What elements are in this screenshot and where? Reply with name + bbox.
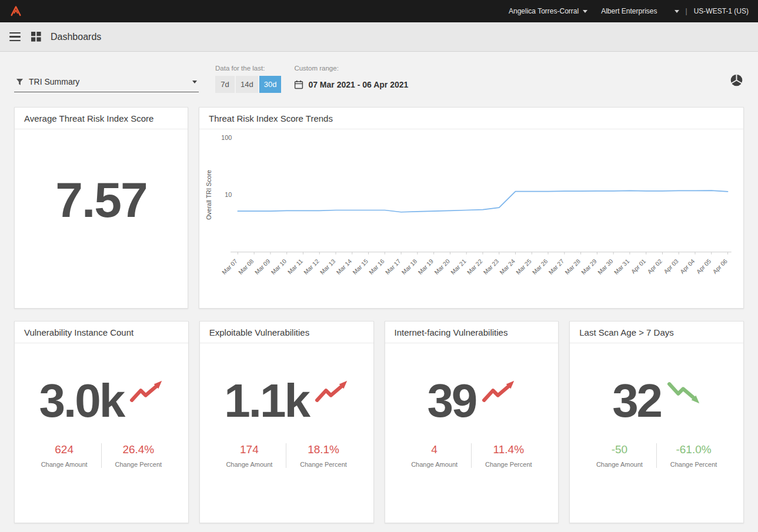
pie-chart-icon[interactable] (729, 73, 744, 90)
change-amount-label: Change Amount (226, 461, 272, 468)
svg-text:Mar 14: Mar 14 (335, 258, 353, 276)
change-amount-block: 4 Change Amount (398, 443, 471, 468)
svg-text:Mar 16: Mar 16 (368, 258, 385, 276)
change-percent-label: Change Percent (670, 461, 717, 468)
change-amount-value: 4 (411, 443, 458, 456)
cards-row-bottom: Vulnerability Instance Count 3.0k (14, 321, 744, 523)
change-percent-block: 26.4% Change Percent (101, 443, 176, 468)
change-amount-label: Change Amount (411, 461, 458, 468)
data-range-group: Data for the last: 7d 14d 30d (215, 65, 281, 93)
internet-facing-vulnerabilities-card: Internet-facing Vulnerabilities 39 (385, 321, 559, 523)
custom-range-picker[interactable]: 07 Mar 2021 - 06 Apr 2021 (294, 76, 408, 93)
trend-up-icon (315, 380, 349, 404)
svg-text:Mar 10: Mar 10 (270, 258, 288, 276)
svg-text:Overall TRI Score: Overall TRI Score (205, 170, 212, 220)
trend-chart-area: 10100Overall TRI ScoreMar 07Mar 08Mar 09… (199, 129, 743, 309)
trend-down-icon (667, 380, 701, 404)
apps-grid-icon[interactable] (31, 32, 41, 42)
change-percent-block: -61.0% Change Percent (656, 443, 731, 468)
account-menu[interactable]: Albert Enterprises (601, 7, 679, 15)
svg-text:Mar 31: Mar 31 (613, 258, 630, 276)
svg-text:Mar 19: Mar 19 (417, 258, 435, 276)
svg-text:Mar 13: Mar 13 (319, 258, 336, 276)
svg-text:Mar 25: Mar 25 (515, 258, 532, 276)
dashboard-select[interactable]: TRI Summary (14, 73, 199, 92)
change-percent-value: 11.4% (485, 443, 532, 456)
trend-icon (315, 380, 349, 404)
tri-score-value: 7.57 (15, 172, 188, 229)
trend-icon (667, 380, 701, 404)
change-amount-label: Change Amount (41, 461, 88, 468)
trend-icon (129, 380, 163, 404)
svg-text:Mar 22: Mar 22 (466, 258, 483, 276)
stat-value: 39 (427, 377, 476, 424)
svg-text:Mar 17: Mar 17 (384, 258, 402, 276)
topbar: Angelica Torres-Corral Albert Enterprise… (0, 0, 758, 22)
svg-text:Mar 15: Mar 15 (352, 258, 369, 276)
svg-text:Mar 12: Mar 12 (302, 258, 320, 276)
range-button-7d[interactable]: 7d (215, 76, 235, 93)
topbar-menus: Angelica Torres-Corral Albert Enterprise… (509, 7, 749, 15)
page-title: Dashboards (51, 32, 101, 42)
svg-text:Mar 21: Mar 21 (449, 258, 467, 276)
svg-text:Mar 20: Mar 20 (433, 258, 451, 276)
card-title: Internet-facing Vulnerabilities (385, 322, 559, 343)
filter-row: TRI Summary Data for the last: 7d 14d 30… (14, 65, 744, 93)
stat-value: 3.0k (39, 377, 124, 424)
card-title: Last Scan Age > 7 Days (570, 322, 743, 343)
exploitable-vulnerabilities-card: Exploitable Vulnerabilities 1.1k (199, 321, 374, 523)
dashboard-content: TRI Summary Data for the last: 7d 14d 30… (0, 52, 758, 523)
change-percent-block: 11.4% Change Percent (471, 443, 546, 468)
change-percent-label: Change Percent (300, 461, 347, 468)
svg-text:Apr 03: Apr 03 (663, 258, 680, 275)
chevron-down-icon (674, 10, 679, 13)
svg-text:100: 100 (221, 134, 232, 141)
change-amount-block: 624 Change Amount (28, 443, 101, 468)
user-menu[interactable]: Angelica Torres-Corral (509, 7, 587, 15)
change-percent-block: 18.1% Change Percent (286, 443, 360, 468)
chevron-down-icon (192, 81, 197, 83)
app-header: Dashboards (0, 22, 758, 52)
trend-chart: 10100Overall TRI ScoreMar 07Mar 08Mar 09… (203, 132, 739, 309)
svg-text:Mar 07: Mar 07 (221, 258, 239, 276)
svg-text:Apr 01: Apr 01 (630, 258, 647, 275)
topbar-divider: | (686, 7, 687, 15)
dashboard-select-value: TRI Summary (29, 77, 79, 86)
card-title: Vulnerability Instance Count (15, 322, 188, 343)
filter-icon (16, 78, 24, 86)
card-title: Exploitable Vulnerabilities (200, 322, 373, 343)
data-range-label: Data for the last: (215, 65, 281, 72)
user-name: Angelica Torres-Corral (509, 7, 579, 15)
svg-text:Mar 08: Mar 08 (237, 258, 255, 276)
svg-text:Mar 29: Mar 29 (580, 258, 598, 276)
range-buttons: 7d 14d 30d (215, 76, 281, 93)
hamburger-menu-icon[interactable] (8, 30, 22, 44)
svg-text:Mar 23: Mar 23 (482, 258, 500, 276)
change-amount-value: -50 (596, 443, 643, 456)
stat-value: 1.1k (224, 377, 309, 424)
svg-text:Mar 30: Mar 30 (596, 258, 614, 276)
custom-range-label: Custom range: (294, 65, 408, 72)
range-button-30d[interactable]: 30d (259, 76, 282, 93)
svg-text:Mar 26: Mar 26 (531, 258, 549, 276)
change-percent-value: 18.1% (300, 443, 347, 456)
change-percent-value: 26.4% (115, 443, 162, 456)
svg-text:Mar 27: Mar 27 (547, 258, 565, 276)
calendar-icon (294, 80, 303, 89)
svg-text:Apr 06: Apr 06 (712, 258, 729, 275)
svg-text:Apr 05: Apr 05 (695, 258, 712, 275)
trend-icon (482, 380, 516, 404)
stat-value: 32 (612, 377, 661, 424)
range-button-14d[interactable]: 14d (236, 76, 258, 93)
svg-text:Mar 24: Mar 24 (499, 258, 516, 276)
change-amount-block: -50 Change Amount (583, 443, 656, 468)
alertlogic-logo[interactable] (9, 5, 22, 18)
card-title: Average Threat Risk Index Score (15, 108, 188, 129)
custom-range-group: Custom range: 07 Mar 2021 - 06 Apr 2021 (294, 65, 408, 93)
change-percent-label: Change Percent (115, 461, 162, 468)
account-name: Albert Enterprises (601, 7, 657, 15)
svg-text:Apr 02: Apr 02 (646, 258, 663, 275)
change-amount-label: Change Amount (596, 461, 643, 468)
vulnerability-instance-count-card: Vulnerability Instance Count 3.0k (14, 321, 189, 523)
card-title: Threat Risk Index Score Trends (199, 108, 743, 129)
